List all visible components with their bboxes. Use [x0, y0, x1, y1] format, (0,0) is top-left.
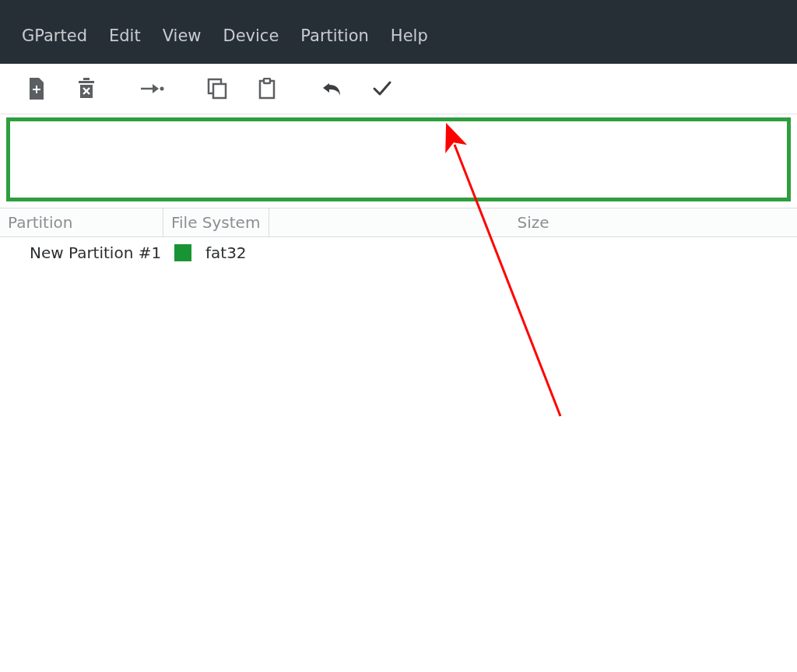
menu-device[interactable]: Device	[212, 22, 290, 50]
column-header-partition[interactable]: Partition	[0, 208, 163, 236]
delete-partition-button[interactable]	[67, 69, 106, 108]
copy-button[interactable]	[198, 69, 237, 108]
menu-partition[interactable]: Partition	[290, 22, 380, 50]
copy-icon	[207, 78, 227, 100]
toolbar	[0, 64, 797, 114]
filesystem-cell: fat32	[163, 243, 269, 262]
filesystem-label: fat32	[205, 243, 247, 262]
svg-rect-8	[264, 79, 270, 83]
partition-list-header: Partition File System Size	[0, 208, 797, 237]
column-header-filesystem[interactable]: File System	[163, 208, 269, 236]
svg-rect-0	[79, 81, 94, 83]
partition-graph[interactable]	[6, 117, 791, 201]
resize-move-button[interactable]	[132, 69, 171, 108]
undo-icon	[321, 80, 343, 97]
svg-rect-6	[213, 84, 226, 98]
menubar: GParted Edit View Device Partition Help	[0, 0, 797, 64]
resize-arrow-icon	[139, 81, 165, 96]
trash-icon	[76, 78, 97, 100]
menu-view[interactable]: View	[152, 22, 212, 50]
svg-rect-1	[83, 78, 90, 80]
svg-point-4	[160, 87, 164, 91]
column-header-size[interactable]: Size	[269, 208, 797, 236]
menu-help[interactable]: Help	[380, 22, 439, 50]
menu-gparted[interactable]: GParted	[11, 22, 98, 50]
menu-edit[interactable]: Edit	[98, 22, 152, 50]
new-partition-button[interactable]	[17, 69, 56, 108]
undo-button[interactable]	[313, 69, 352, 108]
clipboard-icon	[258, 78, 276, 100]
filesystem-color-swatch	[174, 244, 191, 261]
partition-name-cell: New Partition #1	[0, 243, 163, 262]
file-plus-icon	[27, 78, 46, 100]
check-icon	[372, 80, 392, 97]
table-row[interactable]: New Partition #1 fat32	[0, 237, 797, 268]
paste-button[interactable]	[248, 69, 286, 108]
apply-button[interactable]	[363, 69, 402, 108]
partition-graph-area	[6, 117, 791, 201]
